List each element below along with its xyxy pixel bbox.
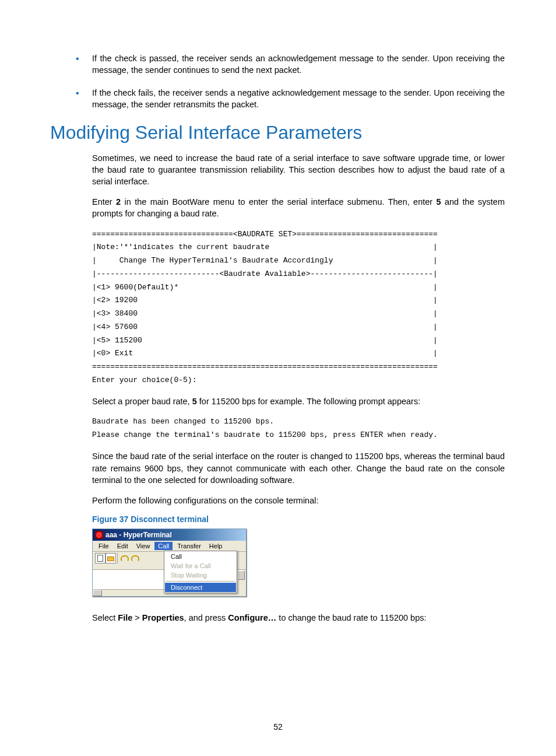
explanation-paragraph: Since the baud rate of the serial interf… bbox=[92, 450, 505, 486]
menu-file[interactable]: File bbox=[95, 542, 112, 550]
section-heading: Modifying Serial Interface Parameters bbox=[50, 122, 505, 144]
key-5: 5 bbox=[437, 197, 441, 206]
terminal-output-baudrate-menu: ===============================<BAUDRATE… bbox=[92, 228, 505, 387]
instruction-paragraph: Enter 2 in the main BootWare menu to ent… bbox=[92, 196, 505, 220]
configure-button-ref: Configure… bbox=[228, 613, 276, 622]
bullet-list: If the check is passed, the receiver sen… bbox=[51, 52, 505, 110]
select-paragraph: Select a proper baud rate, 5 for 115200 … bbox=[92, 396, 505, 407]
intro-paragraph: Sometimes, we need to increase the baud … bbox=[92, 152, 505, 188]
menu-transfer[interactable]: Transfer bbox=[174, 542, 205, 550]
dropdown-call[interactable]: Call bbox=[165, 552, 236, 561]
separator bbox=[117, 553, 118, 564]
perform-paragraph: Perform the following configurations on … bbox=[92, 495, 505, 506]
text: in the main BootWare menu to enter the s… bbox=[121, 197, 436, 206]
open-icon[interactable] bbox=[105, 553, 116, 564]
text: > bbox=[132, 613, 142, 622]
scroll-thumb[interactable] bbox=[93, 590, 102, 596]
terminal-output-baudrate-changed: Baudrate has been changed to 115200 bps.… bbox=[92, 415, 505, 442]
separator bbox=[166, 581, 235, 582]
text: for 115200 bps for example. The followin… bbox=[197, 397, 420, 406]
menu-help[interactable]: Help bbox=[206, 542, 226, 550]
hyperterminal-window: aaa - HyperTerminal File Edit View Call … bbox=[92, 528, 247, 597]
hangup-icon[interactable] bbox=[129, 553, 140, 564]
new-icon[interactable] bbox=[95, 553, 105, 564]
call-icon[interactable] bbox=[119, 553, 129, 564]
call-dropdown: Call Wait for a Call Stop Waiting Discon… bbox=[164, 551, 237, 593]
menu-edit[interactable]: Edit bbox=[114, 542, 132, 550]
page-number: 52 bbox=[0, 722, 556, 732]
key-2: 2 bbox=[116, 197, 121, 206]
text: Enter bbox=[92, 197, 116, 206]
dropdown-stop: Stop Waiting bbox=[165, 570, 236, 580]
figure-caption: Figure 37 Disconnect terminal bbox=[92, 514, 505, 524]
hyperterminal-titlebar: aaa - HyperTerminal bbox=[93, 529, 246, 541]
bullet-item: If the check fails, the receiver sends a… bbox=[76, 87, 505, 111]
bullet-item: If the check is passed, the receiver sen… bbox=[76, 52, 505, 76]
text: Select bbox=[92, 613, 118, 622]
menu-file-ref: File bbox=[118, 613, 132, 622]
dropdown-wait: Wait for a Call bbox=[165, 561, 236, 570]
key-5: 5 bbox=[192, 397, 197, 406]
scroll-thumb[interactable] bbox=[238, 570, 245, 580]
menu-call[interactable]: Call bbox=[154, 542, 173, 550]
text: to change the baud rate to 115200 bps: bbox=[276, 613, 426, 622]
menu-view[interactable]: View bbox=[133, 542, 154, 550]
menu-properties-ref: Properties bbox=[142, 613, 184, 622]
text: Select a proper baud rate, bbox=[92, 397, 192, 406]
dropdown-disconnect[interactable]: Disconnect bbox=[165, 583, 236, 592]
vertical-scrollbar[interactable] bbox=[236, 570, 246, 596]
document-page: If the check is passed, the receiver sen… bbox=[0, 0, 556, 756]
closing-paragraph: Select File > Properties, and press Conf… bbox=[92, 612, 505, 624]
hyperterminal-icon bbox=[95, 531, 103, 539]
toolbar: Call Wait for a Call Stop Waiting Discon… bbox=[93, 552, 246, 570]
hyperterminal-title: aaa - HyperTerminal bbox=[105, 531, 172, 539]
text: , and press bbox=[184, 613, 228, 622]
